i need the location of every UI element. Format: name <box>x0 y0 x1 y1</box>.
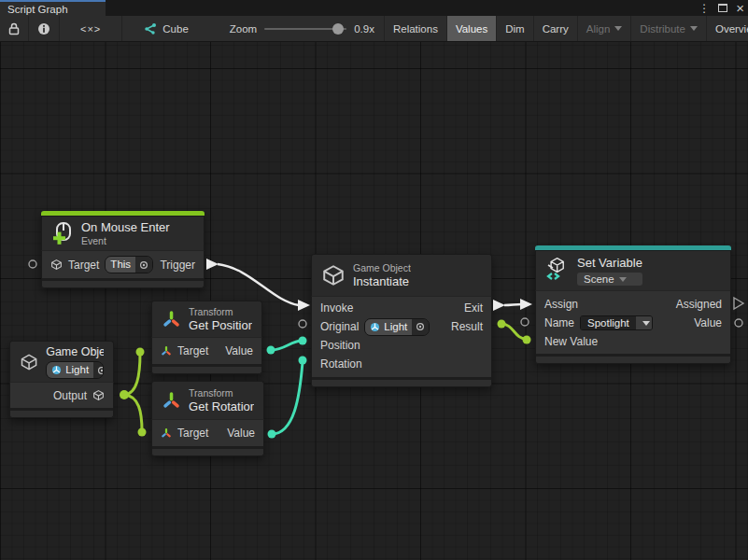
object-value: Light <box>65 363 89 377</box>
trigger-port-label: Trigger <box>160 259 195 272</box>
node-footer <box>151 449 264 456</box>
node-title: On Mouse Enter <box>81 220 170 235</box>
node-footer <box>41 281 205 288</box>
position-in-port[interactable] <box>299 337 307 345</box>
port-row-invoke: Invoke Exit <box>312 299 491 317</box>
object-picker-icon[interactable] <box>412 319 429 335</box>
invoke-port-label: Invoke <box>320 301 353 315</box>
exit-port-label: Exit <box>464 301 483 315</box>
get-rotation-value-port[interactable] <box>268 430 276 439</box>
get-position-value-port[interactable] <box>267 346 275 355</box>
invoke-in-port[interactable] <box>298 300 310 311</box>
rotation-port-label: Rotation <box>320 357 362 371</box>
assign-in-port[interactable] <box>520 299 532 310</box>
transform-icon <box>162 390 181 411</box>
wire-trigger-invoke[interactable] <box>218 264 299 305</box>
node-header: Transform Get Rotation <box>151 381 264 419</box>
target-port-label: Target <box>68 259 99 272</box>
node-title: Get Position <box>189 318 252 333</box>
target-value: This <box>106 257 135 273</box>
port-row-rotation: Rotation <box>312 355 491 373</box>
trigger-out-port[interactable] <box>206 259 219 270</box>
port-row-original: Original Light Result <box>312 317 491 336</box>
original-value-chip[interactable]: Light <box>364 318 430 336</box>
node-body: Output <box>9 382 114 408</box>
node-title: Get Rotation <box>189 399 254 414</box>
unity-object-icon <box>370 322 380 332</box>
name-port-label: Name <box>544 316 574 329</box>
port-row-position: Position <box>312 336 491 355</box>
game-object-icon <box>50 259 63 271</box>
get-rotation-target-port[interactable] <box>138 428 147 437</box>
assigned-out-port[interactable] <box>734 298 743 309</box>
game-object-icon <box>20 351 38 373</box>
node-footer <box>151 367 262 374</box>
new-value-port-label: New Value <box>544 335 598 348</box>
variable-scope-dropdown[interactable]: Scene <box>577 273 642 286</box>
name-caret-icon[interactable] <box>636 316 652 329</box>
port-row: Target Value <box>152 338 261 364</box>
object-picker-icon[interactable] <box>93 362 104 378</box>
node-header: On Mouse Enter Event <box>41 216 205 250</box>
node-get-position[interactable]: Transform Get Position Target Value <box>151 301 262 374</box>
transform-icon <box>162 309 181 329</box>
node-on-mouse-enter[interactable]: On Mouse Enter Event Target This <box>41 211 205 288</box>
node-game-object-literal[interactable]: Game Object Light <box>9 341 114 418</box>
node-header: Game Object Light <box>9 341 114 382</box>
variable-scope-value: Scene <box>584 273 614 285</box>
node-header: Transform Get Position <box>151 301 262 337</box>
node-set-variable[interactable]: Set Variable Scene Assign Assigned Name … <box>535 245 731 364</box>
node-title: Set Variable <box>577 256 642 271</box>
target-value-chip[interactable]: This <box>105 256 153 273</box>
node-header: Game Object Instantiate <box>311 254 492 296</box>
value-port-label: Value <box>225 344 253 357</box>
original-in-port[interactable] <box>299 320 306 328</box>
wire-output-getposition[interactable] <box>124 353 140 395</box>
wire-rotation[interactable] <box>272 362 303 434</box>
wire-result-newvalue[interactable] <box>501 324 526 339</box>
get-position-target-port[interactable] <box>136 348 145 357</box>
node-body: Invoke Exit Original Light <box>311 296 492 377</box>
node-category: Transform <box>189 387 254 399</box>
port-row-assign: Assign Assigned <box>536 295 730 314</box>
port-row: Target Value <box>152 420 263 446</box>
variable-name-value: Spotlight <box>581 316 636 329</box>
transform-icon <box>161 427 172 439</box>
mouse-event-icon <box>51 221 74 245</box>
game-object-icon <box>92 389 105 401</box>
wire-exit-assign[interactable] <box>504 304 522 305</box>
object-value-chip[interactable]: Light <box>46 361 104 379</box>
target-port-label: Target <box>177 427 208 440</box>
value-port-label: Value <box>694 316 722 329</box>
node-header: Set Variable Scene <box>535 250 731 290</box>
output-port[interactable] <box>120 390 129 399</box>
unity-object-icon <box>51 365 62 375</box>
object-picker-icon[interactable] <box>135 257 152 273</box>
variable-name-dropdown[interactable]: Spotlight <box>580 315 653 330</box>
node-title: Game Object <box>46 344 104 359</box>
node-body: Target Value <box>151 337 262 364</box>
original-port-label: Original <box>320 320 359 333</box>
node-body: Target Value <box>151 419 264 446</box>
node-get-rotation[interactable]: Transform Get Rotation Target Value <box>151 381 264 456</box>
event-target-port[interactable] <box>29 260 36 268</box>
wire-output-getrotation[interactable] <box>124 395 142 431</box>
node-category: Transform <box>189 306 252 318</box>
node-instantiate[interactable]: Game Object Instantiate Invoke Exit Orig… <box>311 254 492 387</box>
node-category: Game Object <box>353 262 411 274</box>
set-variable-icon <box>545 258 570 284</box>
node-body: Target This Trigger <box>41 250 205 278</box>
scope-caret-icon <box>619 277 627 282</box>
exit-out-port[interactable] <box>493 300 505 311</box>
wire-position[interactable] <box>271 341 302 350</box>
result-port-label: Result <box>451 320 483 333</box>
name-in-port[interactable] <box>521 318 529 326</box>
new-value-in-port[interactable] <box>523 336 531 344</box>
value-out-port[interactable] <box>735 319 742 327</box>
node-title: Instantiate <box>353 274 411 289</box>
output-port-label: Output <box>53 389 87 402</box>
result-out-port[interactable] <box>498 320 506 329</box>
port-row-name: Name Spotlight Value <box>536 314 730 332</box>
target-port-label: Target <box>177 344 208 357</box>
rotation-in-port[interactable] <box>299 357 307 365</box>
